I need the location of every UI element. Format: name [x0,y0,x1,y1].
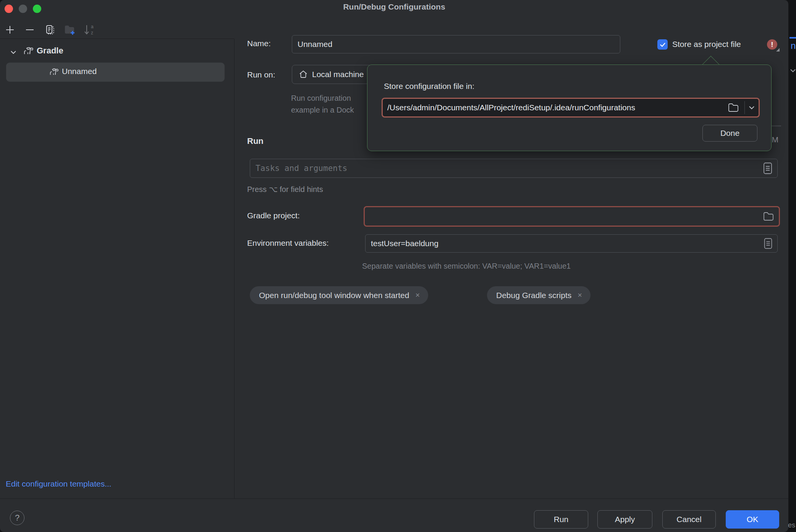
configuration-path-value: /Users/admin/Documents/AllProject/rediSe… [383,103,725,112]
svg-text:z: z [91,30,93,35]
store-as-project-file-label[interactable]: Store as project file [672,40,741,49]
tree-expand-chevron-icon[interactable] [8,47,18,57]
gradle-icon [49,67,60,77]
footer-divider [0,498,788,499]
tag-debug-gradle-scripts[interactable]: Debug Gradle scripts × [487,286,591,304]
name-input[interactable]: Unnamed [292,35,620,53]
section-divider-fragment [772,126,781,126]
run-on-value: Local machine [312,70,364,79]
tag-label: Open run/debug tool window when started [259,291,409,300]
new-folder-icon [63,24,76,35]
svg-text:a: a [91,24,94,29]
sidebar-divider [234,39,235,498]
name-value: Unnamed [292,40,332,49]
gradle-project-label: Gradle project: [247,211,300,220]
done-button[interactable]: Done [702,125,757,142]
background-accent-fragment [790,37,796,39]
cancel-button[interactable]: Cancel [662,510,716,529]
store-configuration-popup: Store configuration file in: /Users/admi… [367,64,772,151]
help-button[interactable]: ? [10,511,24,525]
environment-variables-hint: Separate variables with semicolon: VAR=v… [362,262,571,271]
tasks-and-arguments-input[interactable]: Tasks and arguments [250,159,778,178]
run-debug-configurations-dialog: Run/Debug Configurations [0,0,788,532]
remove-icon [24,24,35,35]
tasks-placeholder: Tasks and arguments [250,164,347,173]
remove-configuration-button[interactable] [22,22,37,37]
field-hints-text: Press ⌥ for field hints [247,185,323,194]
error-badge-icon[interactable]: ! [767,39,777,50]
popup-title: Store configuration file in: [384,82,474,91]
gradle-project-input[interactable] [364,206,780,227]
run-on-label: Run on: [247,70,275,79]
add-configuration-button[interactable] [2,22,18,37]
background-text-fragment: es [788,521,795,529]
gradle-icon [23,46,34,56]
tag-label: Debug Gradle scripts [496,291,571,300]
folder-icon[interactable] [763,211,774,221]
tree-item-label: Unnamed [62,67,97,76]
home-icon [298,69,308,79]
run-section-title: Run [247,136,264,146]
popup-arrow-mask [699,65,723,73]
tree-item-unnamed[interactable]: Unnamed [6,63,225,82]
title-bar: Run/Debug Configurations [0,0,788,17]
name-label: Name: [247,39,271,48]
tag-close-icon[interactable]: × [415,291,420,300]
chevron-down-icon[interactable] [745,103,759,112]
run-button[interactable]: Run [534,510,588,529]
run-on-hint-line1: Run configuration [291,94,351,103]
background-chevron-fragment [790,68,796,73]
tag-open-run-debug-tool-window[interactable]: Open run/debug tool window when started … [250,286,428,304]
background-window-sliver [788,0,796,532]
apply-button[interactable]: Apply [597,510,652,529]
run-on-hint-line2: example in a Dock [291,106,354,114]
configuration-path-input[interactable]: /Users/admin/Documents/AllProject/rediSe… [382,98,760,118]
environment-variables-value: testUser=baeldung [366,239,438,248]
ok-button[interactable]: OK [726,510,779,529]
folder-icon[interactable] [728,103,739,113]
screenshot-stage: Run/Debug Configurations [0,0,796,532]
background-text-fragment: n [791,40,796,51]
sort-configurations-button[interactable]: a z [82,22,97,37]
copy-icon [44,24,55,35]
add-icon [5,24,15,35]
environment-variables-label: Environment variables: [247,239,329,248]
window-title: Run/Debug Configurations [0,2,788,11]
new-folder-button[interactable] [62,22,77,37]
expand-list-icon[interactable] [762,162,773,175]
error-badge-dropdown-icon [776,48,780,52]
tree-item-gradle[interactable]: Gradle [37,46,63,56]
sort-alpha-icon: a z [83,24,96,36]
toolbar-divider [0,39,234,39]
copy-configuration-button[interactable] [42,22,57,37]
environment-variables-input[interactable]: testUser=baeldung [365,234,778,253]
expand-list-icon[interactable] [763,237,773,250]
store-as-project-file-checkbox[interactable] [657,39,668,50]
edit-configuration-templates-link[interactable]: Edit configuration templates... [6,479,112,488]
tag-close-icon[interactable]: × [578,291,582,300]
